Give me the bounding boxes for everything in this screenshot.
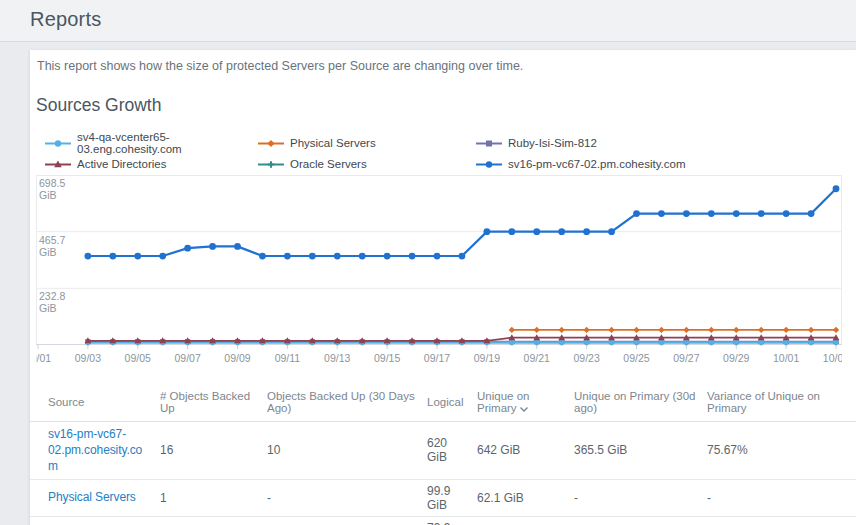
page-header: Reports: [0, 0, 856, 42]
data-point[interactable]: [234, 243, 241, 250]
table-row: Physical Servers1-99.9 GiB62.1 GiB--: [30, 480, 856, 517]
column-header-4[interactable]: Logical: [427, 392, 477, 412]
data-point[interactable]: [833, 327, 839, 333]
data-point[interactable]: [683, 327, 689, 333]
chart-legend: sv4-qa-vcenter65-03.eng.cohesity.comPhys…: [45, 131, 856, 170]
x-axis-label: 09/27: [673, 352, 699, 364]
data-point[interactable]: [633, 210, 640, 217]
data-point[interactable]: [483, 228, 490, 235]
legend-marker-icon: [476, 138, 502, 149]
table-cell: 642 GiB: [477, 439, 574, 461]
column-header-3[interactable]: Objects Backed Up (30 Days Ago): [267, 386, 427, 418]
x-axis-label: 09/29: [723, 352, 749, 364]
data-point[interactable]: [783, 210, 790, 217]
legend-item-2[interactable]: Physical Servers: [258, 131, 476, 155]
x-axis-label: 09/09: [224, 352, 250, 364]
data-point[interactable]: [409, 253, 416, 260]
data-point[interactable]: [783, 327, 789, 333]
data-point[interactable]: [808, 210, 815, 217]
x-axis-label: 10/03: [823, 352, 842, 364]
report-card: This report shows how the size of protec…: [30, 50, 856, 525]
y-axis-label: 465.7GiB: [39, 234, 65, 258]
table-cell: -: [574, 487, 707, 509]
x-axis-label: 09/07: [174, 352, 200, 364]
line-chart: 698.5GiB465.7GiB232.8GiB09/0109/0309/050…: [36, 175, 842, 367]
source-cell: sv16-pm-vc67-02.pm.cohesity.com: [48, 422, 160, 479]
data-point[interactable]: [758, 327, 764, 333]
x-axis-label: 09/23: [573, 352, 599, 364]
legend-item-6[interactable]: sv16-pm-vc67-02.pm.cohesity.com: [476, 158, 856, 170]
legend-item-4[interactable]: Active Directories: [45, 158, 258, 170]
data-point[interactable]: [608, 228, 615, 235]
data-point[interactable]: [384, 253, 391, 260]
data-point[interactable]: [508, 228, 515, 235]
data-point[interactable]: [833, 185, 840, 192]
column-header-6[interactable]: Unique on Primary (30d ago): [574, 386, 707, 418]
data-point[interactable]: [708, 327, 714, 333]
legend-label: sv4-qa-vcenter65-03.eng.cohesity.com: [77, 131, 258, 155]
x-axis-label: 09/25: [623, 352, 649, 364]
sort-descending-icon: [519, 406, 529, 413]
column-header-2[interactable]: # Objects Backed Up: [160, 386, 267, 418]
data-point[interactable]: [284, 253, 291, 260]
data-point[interactable]: [359, 253, 366, 260]
source-link[interactable]: Physical Servers: [48, 490, 136, 504]
table-cell: 1: [160, 487, 267, 509]
table-cell: 79.9 GiB: [427, 517, 477, 525]
data-point[interactable]: [558, 327, 564, 333]
data-point[interactable]: [558, 228, 565, 235]
legend-marker-icon: [476, 159, 502, 170]
data-point[interactable]: [683, 210, 690, 217]
data-point[interactable]: [658, 210, 665, 217]
data-point[interactable]: [334, 253, 341, 260]
table-cell: 365.5 GiB: [574, 439, 707, 461]
data-point[interactable]: [658, 327, 664, 333]
data-point[interactable]: [309, 253, 316, 260]
x-axis-label: 09/15: [374, 352, 400, 364]
data-point[interactable]: [534, 327, 540, 333]
data-point[interactable]: [459, 253, 466, 260]
data-point[interactable]: [708, 210, 715, 217]
legend-item-1[interactable]: sv4-qa-vcenter65-03.eng.cohesity.com: [45, 131, 258, 155]
legend-item-3[interactable]: Ruby-Isi-Sim-812: [476, 131, 856, 155]
x-axis-label: 09/13: [324, 352, 350, 364]
column-header-5[interactable]: Unique on Primary: [477, 386, 574, 418]
legend-marker-icon: [258, 159, 284, 170]
data-point[interactable]: [84, 253, 91, 260]
data-point[interactable]: [583, 228, 590, 235]
legend-item-5[interactable]: Oracle Servers: [258, 158, 476, 170]
data-point[interactable]: [733, 327, 739, 333]
x-axis-label: 09/21: [524, 352, 550, 364]
source-link[interactable]: sv16-pm-vc67-02.pm.cohesity.com: [48, 427, 142, 473]
legend-label: Physical Servers: [290, 137, 376, 149]
data-point[interactable]: [733, 210, 740, 217]
series-line: [88, 189, 836, 256]
data-point[interactable]: [159, 253, 166, 260]
data-point[interactable]: [434, 253, 441, 260]
data-point[interactable]: [533, 228, 540, 235]
table-cell: 75.67%: [707, 439, 856, 461]
x-axis-label: 09/17: [424, 352, 450, 364]
sources-growth-chart: 698.5GiB465.7GiB232.8GiB09/0109/0309/050…: [36, 175, 842, 367]
data-point[interactable]: [633, 327, 639, 333]
table-cell: 16: [160, 439, 267, 461]
table-cell: 620 GiB: [427, 432, 477, 468]
data-point[interactable]: [808, 327, 814, 333]
column-header-7[interactable]: Variance of Unique on Primary: [707, 386, 856, 418]
column-header-1[interactable]: Source: [48, 392, 160, 412]
data-point[interactable]: [134, 253, 141, 260]
data-point[interactable]: [259, 253, 266, 260]
data-point[interactable]: [608, 327, 614, 333]
data-point[interactable]: [184, 245, 191, 252]
data-point[interactable]: [583, 327, 589, 333]
data-point[interactable]: [509, 327, 515, 333]
data-point[interactable]: [758, 210, 765, 217]
table-cell: 62.1 GiB: [477, 487, 574, 509]
legend-label: Active Directories: [77, 158, 166, 170]
legend-label: Ruby-Isi-Sim-812: [508, 137, 597, 149]
x-axis-label: 09/19: [474, 352, 500, 364]
data-point[interactable]: [209, 243, 216, 250]
table-cell: -: [707, 487, 856, 509]
x-axis-label: 09/01: [36, 352, 51, 364]
data-point[interactable]: [109, 253, 116, 260]
